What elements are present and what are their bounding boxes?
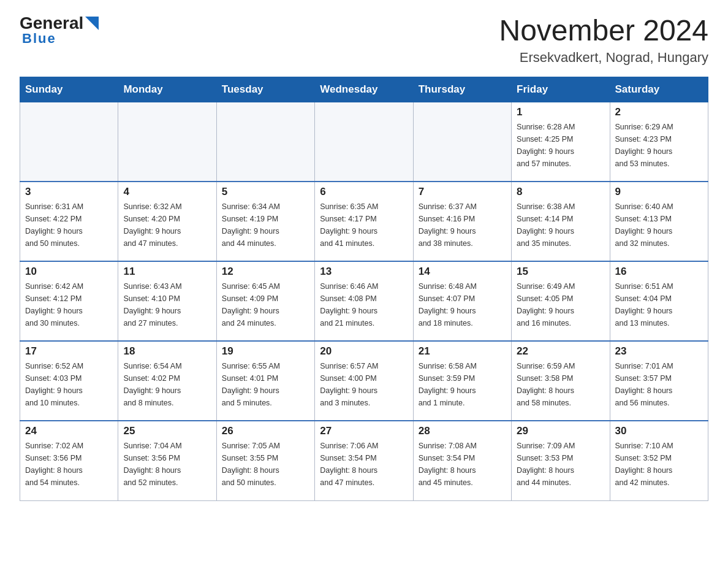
- calendar-title: November 2024: [499, 15, 708, 47]
- day-number: 23: [615, 345, 703, 358]
- calendar-cell-w4-d6: 22Sunrise: 6:59 AMSunset: 3:58 PMDayligh…: [512, 341, 610, 421]
- day-info: Sunrise: 7:06 AMSunset: 3:54 PMDaylight:…: [320, 440, 408, 489]
- calendar-cell-w1-d5: [413, 102, 511, 182]
- calendar-cell-w1-d7: 2Sunrise: 6:29 AMSunset: 4:23 PMDaylight…: [610, 102, 708, 182]
- calendar-week-1: 1Sunrise: 6:28 AMSunset: 4:25 PMDaylight…: [20, 102, 708, 182]
- col-header-friday: Friday: [512, 77, 610, 102]
- day-info: Sunrise: 6:29 AMSunset: 4:23 PMDaylight:…: [615, 121, 703, 170]
- day-info: Sunrise: 7:10 AMSunset: 3:52 PMDaylight:…: [615, 440, 703, 489]
- day-info: Sunrise: 6:49 AMSunset: 4:05 PMDaylight:…: [517, 280, 604, 329]
- logo-text-general: General: [20, 15, 83, 32]
- day-number: 8: [517, 186, 604, 198]
- day-number: 13: [320, 266, 408, 278]
- day-number: 30: [615, 425, 703, 437]
- day-info: Sunrise: 6:34 AMSunset: 4:19 PMDaylight:…: [222, 201, 309, 250]
- calendar-cell-w4-d2: 18Sunrise: 6:54 AMSunset: 4:02 PMDayligh…: [118, 341, 216, 421]
- col-header-sunday: Sunday: [20, 77, 118, 102]
- day-info: Sunrise: 6:51 AMSunset: 4:04 PMDaylight:…: [615, 280, 703, 329]
- calendar-cell-w5-d3: 26Sunrise: 7:05 AMSunset: 3:55 PMDayligh…: [216, 421, 314, 500]
- day-info: Sunrise: 6:54 AMSunset: 4:02 PMDaylight:…: [123, 360, 211, 409]
- calendar-cell-w4-d3: 19Sunrise: 6:55 AMSunset: 4:01 PMDayligh…: [216, 341, 314, 421]
- day-number: 14: [419, 266, 506, 278]
- day-number: 25: [123, 425, 211, 437]
- calendar-cell-w5-d4: 27Sunrise: 7:06 AMSunset: 3:54 PMDayligh…: [315, 421, 413, 500]
- day-number: 17: [25, 345, 113, 358]
- day-number: 5: [222, 186, 309, 198]
- day-info: Sunrise: 6:52 AMSunset: 4:03 PMDaylight:…: [25, 360, 113, 409]
- day-number: 16: [615, 266, 703, 278]
- calendar-cell-w2-d4: 6Sunrise: 6:35 AMSunset: 4:17 PMDaylight…: [315, 182, 413, 261]
- day-info: Sunrise: 6:31 AMSunset: 4:22 PMDaylight:…: [25, 201, 113, 250]
- calendar-cell-w4-d5: 21Sunrise: 6:58 AMSunset: 3:59 PMDayligh…: [413, 341, 511, 421]
- calendar-cell-w2-d1: 3Sunrise: 6:31 AMSunset: 4:22 PMDaylight…: [20, 182, 118, 261]
- day-number: 1: [517, 106, 604, 118]
- day-number: 27: [320, 425, 408, 437]
- header-area: General Blue November 2024 Ersekvadkert,…: [20, 15, 708, 66]
- logo-blue-text: Blue: [20, 31, 56, 47]
- calendar-cell-w5-d5: 28Sunrise: 7:08 AMSunset: 3:54 PMDayligh…: [413, 421, 511, 500]
- calendar-week-4: 17Sunrise: 6:52 AMSunset: 4:03 PMDayligh…: [20, 341, 708, 421]
- day-info: Sunrise: 6:57 AMSunset: 4:00 PMDaylight:…: [320, 360, 408, 409]
- day-info: Sunrise: 6:28 AMSunset: 4:25 PMDaylight:…: [517, 121, 604, 170]
- calendar-table: Sunday Monday Tuesday Wednesday Thursday…: [20, 77, 708, 501]
- day-info: Sunrise: 6:42 AMSunset: 4:12 PMDaylight:…: [25, 280, 113, 329]
- col-header-thursday: Thursday: [413, 77, 511, 102]
- day-number: 18: [123, 345, 211, 358]
- day-info: Sunrise: 6:38 AMSunset: 4:14 PMDaylight:…: [517, 201, 604, 250]
- day-info: Sunrise: 6:35 AMSunset: 4:17 PMDaylight:…: [320, 201, 408, 250]
- calendar-cell-w1-d1: [20, 102, 118, 182]
- calendar-cell-w3-d6: 15Sunrise: 6:49 AMSunset: 4:05 PMDayligh…: [512, 261, 610, 341]
- col-header-tuesday: Tuesday: [216, 77, 314, 102]
- calendar-cell-w5-d2: 25Sunrise: 7:04 AMSunset: 3:56 PMDayligh…: [118, 421, 216, 500]
- calendar-cell-w5-d1: 24Sunrise: 7:02 AMSunset: 3:56 PMDayligh…: [20, 421, 118, 500]
- day-info: Sunrise: 6:58 AMSunset: 3:59 PMDaylight:…: [419, 360, 506, 409]
- calendar-cell-w1-d2: [118, 102, 216, 182]
- calendar-cell-w4-d1: 17Sunrise: 6:52 AMSunset: 4:03 PMDayligh…: [20, 341, 118, 421]
- day-info: Sunrise: 6:55 AMSunset: 4:01 PMDaylight:…: [222, 360, 309, 409]
- day-number: 22: [517, 345, 604, 358]
- day-info: Sunrise: 6:43 AMSunset: 4:10 PMDaylight:…: [123, 280, 211, 329]
- calendar-cell-w2-d3: 5Sunrise: 6:34 AMSunset: 4:19 PMDaylight…: [216, 182, 314, 261]
- svg-marker-0: [85, 17, 99, 30]
- title-area: November 2024 Ersekvadkert, Nograd, Hung…: [499, 15, 708, 66]
- calendar-cell-w3-d7: 16Sunrise: 6:51 AMSunset: 4:04 PMDayligh…: [610, 261, 708, 341]
- day-info: Sunrise: 7:09 AMSunset: 3:53 PMDaylight:…: [517, 440, 604, 489]
- day-info: Sunrise: 6:40 AMSunset: 4:13 PMDaylight:…: [615, 201, 703, 250]
- day-info: Sunrise: 6:32 AMSunset: 4:20 PMDaylight:…: [123, 201, 211, 250]
- day-info: Sunrise: 6:45 AMSunset: 4:09 PMDaylight:…: [222, 280, 309, 329]
- day-number: 28: [419, 425, 506, 437]
- day-number: 26: [222, 425, 309, 437]
- day-number: 9: [615, 186, 703, 198]
- calendar-subtitle: Ersekvadkert, Nograd, Hungary: [499, 50, 708, 66]
- day-number: 4: [123, 186, 211, 198]
- day-number: 7: [419, 186, 506, 198]
- day-number: 12: [222, 266, 309, 278]
- day-number: 20: [320, 345, 408, 358]
- day-info: Sunrise: 6:48 AMSunset: 4:07 PMDaylight:…: [419, 280, 506, 329]
- col-header-monday: Monday: [118, 77, 216, 102]
- day-number: 19: [222, 345, 309, 358]
- day-info: Sunrise: 7:04 AMSunset: 3:56 PMDaylight:…: [123, 440, 211, 489]
- day-number: 11: [123, 266, 211, 278]
- day-info: Sunrise: 7:01 AMSunset: 3:57 PMDaylight:…: [615, 360, 703, 409]
- day-number: 15: [517, 266, 604, 278]
- day-info: Sunrise: 7:02 AMSunset: 3:56 PMDaylight:…: [25, 440, 113, 489]
- logo: General Blue: [20, 15, 99, 47]
- calendar-cell-w4-d4: 20Sunrise: 6:57 AMSunset: 4:00 PMDayligh…: [315, 341, 413, 421]
- day-number: 2: [615, 106, 703, 118]
- calendar-week-2: 3Sunrise: 6:31 AMSunset: 4:22 PMDaylight…: [20, 182, 708, 261]
- calendar-cell-w3-d4: 13Sunrise: 6:46 AMSunset: 4:08 PMDayligh…: [315, 261, 413, 341]
- day-number: 29: [517, 425, 604, 437]
- day-info: Sunrise: 7:05 AMSunset: 3:55 PMDaylight:…: [222, 440, 309, 489]
- day-info: Sunrise: 7:08 AMSunset: 3:54 PMDaylight:…: [419, 440, 506, 489]
- calendar-week-3: 10Sunrise: 6:42 AMSunset: 4:12 PMDayligh…: [20, 261, 708, 341]
- calendar-week-5: 24Sunrise: 7:02 AMSunset: 3:56 PMDayligh…: [20, 421, 708, 500]
- calendar-cell-w5-d6: 29Sunrise: 7:09 AMSunset: 3:53 PMDayligh…: [512, 421, 610, 500]
- calendar-cell-w5-d7: 30Sunrise: 7:10 AMSunset: 3:52 PMDayligh…: [610, 421, 708, 500]
- day-number: 21: [419, 345, 506, 358]
- day-number: 24: [25, 425, 113, 437]
- calendar-cell-w3-d2: 11Sunrise: 6:43 AMSunset: 4:10 PMDayligh…: [118, 261, 216, 341]
- day-number: 3: [25, 186, 113, 198]
- calendar-cell-w3-d1: 10Sunrise: 6:42 AMSunset: 4:12 PMDayligh…: [20, 261, 118, 341]
- calendar-cell-w2-d6: 8Sunrise: 6:38 AMSunset: 4:14 PMDaylight…: [512, 182, 610, 261]
